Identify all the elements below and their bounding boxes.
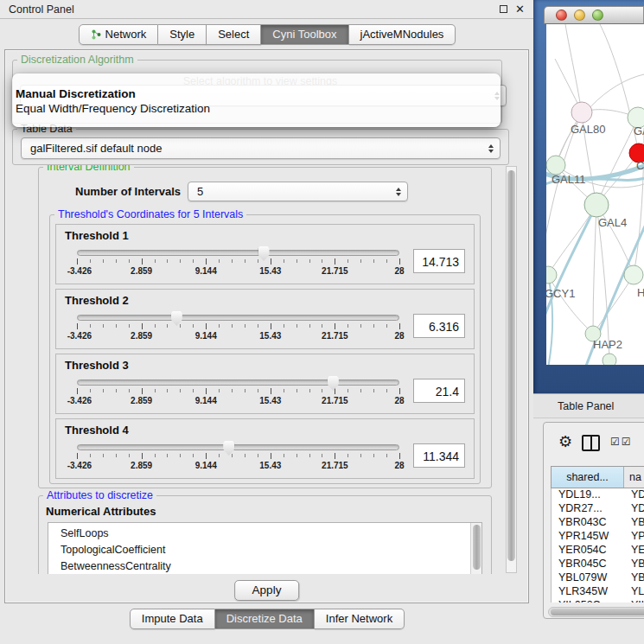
table-row[interactable]: YBR045CYBR0 bbox=[552, 558, 644, 571]
table-hscrollbar-thumb[interactable] bbox=[551, 609, 644, 615]
slider-track bbox=[77, 250, 399, 256]
table-cell: YBR0 bbox=[624, 516, 644, 530]
node-label: GAL11 bbox=[552, 173, 586, 186]
settings-scrollbar[interactable] bbox=[506, 166, 517, 573]
node-label: GAL80 bbox=[571, 123, 605, 136]
select-columns-icon[interactable]: ☑☑ bbox=[610, 436, 633, 448]
network-node[interactable] bbox=[624, 265, 643, 284]
axis-label: 21.715 bbox=[322, 331, 348, 341]
bottom-tab-infer-network[interactable]: Infer Network bbox=[315, 609, 405, 629]
tab-jactivemnodules[interactable]: jActiveMNodules bbox=[349, 24, 456, 45]
discretization-algorithm-group-title: Discretization Algorithm bbox=[17, 54, 137, 66]
table-panel-body: ⚙ ☑☑ shared...na YDL19...YDL1YDR27...YDR… bbox=[543, 422, 644, 619]
close-traffic-light-icon[interactable] bbox=[556, 10, 567, 21]
table-row[interactable]: YDR27...YDR2 bbox=[552, 502, 644, 516]
network-node[interactable] bbox=[603, 354, 616, 365]
table-row[interactable]: YDL19...YDL1 bbox=[552, 488, 644, 502]
tab-style[interactable]: Style bbox=[158, 24, 207, 45]
node-label: GCY1 bbox=[546, 287, 575, 300]
bottom-tab-discretize-data[interactable]: Discretize Data bbox=[215, 609, 315, 629]
table-cell: YDR27... bbox=[552, 502, 624, 516]
float-window-icon[interactable] bbox=[500, 5, 507, 13]
axis-label: -3.426 bbox=[67, 461, 92, 470]
threshold-slider[interactable]: -3.4262.8599.14415.4321.71528 bbox=[75, 378, 401, 406]
close-icon[interactable]: ✕ bbox=[515, 3, 525, 15]
threshold-slider-row: -3.4262.8599.14415.4321.7152811.344 bbox=[65, 443, 467, 471]
num-intervals-combo[interactable]: 5 bbox=[188, 182, 408, 201]
axis-label: 28 bbox=[394, 396, 404, 405]
table-horizontal-scrollbar[interactable] bbox=[548, 607, 644, 617]
network-node[interactable] bbox=[546, 156, 565, 175]
list-item[interactable]: TopologicalCoefficient bbox=[48, 542, 481, 558]
network-node[interactable] bbox=[571, 102, 592, 123]
table-column-header[interactable]: shared... bbox=[552, 467, 624, 488]
list-item[interactable]: BetweennessCentrality bbox=[48, 558, 481, 574]
num-intervals-label: Number of Intervals bbox=[75, 185, 181, 198]
axis-label: 15.43 bbox=[259, 396, 281, 405]
columns-icon[interactable] bbox=[582, 435, 600, 451]
slider-ticks bbox=[77, 323, 399, 330]
bottom-tab-impute-data[interactable]: Impute Data bbox=[130, 609, 215, 629]
settings-scroll-area: Interval Definition Number of Intervals … bbox=[12, 165, 506, 574]
settings-scrollbar-thumb[interactable] bbox=[507, 170, 515, 561]
table-row[interactable]: YIL052CYIL0 bbox=[552, 599, 644, 603]
zoom-traffic-light-icon[interactable] bbox=[592, 10, 603, 21]
table-cell: YLR345W bbox=[552, 585, 624, 599]
list-item[interactable]: SelfLoops bbox=[48, 526, 481, 542]
threshold-value-field[interactable]: 11.344 bbox=[413, 443, 465, 468]
axis-label: -3.426 bbox=[67, 266, 92, 276]
threshold-slider[interactable]: -3.4262.8599.14415.4321.71528 bbox=[75, 313, 401, 341]
table-row[interactable]: YBL079WYBL0 bbox=[552, 571, 644, 585]
table-cell: YLR3 bbox=[624, 585, 644, 599]
table-row[interactable]: YER054CYER0 bbox=[552, 544, 644, 558]
attributes-group: Attributes to discretize Numerical Attri… bbox=[38, 495, 492, 574]
table-panel-titlebar: Table Panel bbox=[533, 393, 644, 418]
table-rows: YDL19...YDL1YDR27...YDR2YBR043CYBR0YPR14… bbox=[551, 488, 644, 603]
minimize-traffic-light-icon[interactable] bbox=[574, 10, 585, 21]
table-column-header[interactable]: na bbox=[624, 467, 644, 488]
dropdown-item[interactable]: Equal Width/Frequency Discretization bbox=[12, 101, 501, 116]
slider-ticks bbox=[77, 388, 399, 395]
panel-title: Control Panel bbox=[9, 3, 74, 16]
table-cell: YDL1 bbox=[624, 488, 644, 502]
slider-track bbox=[77, 315, 399, 321]
network-node[interactable] bbox=[584, 193, 609, 217]
table-cell: YBR0 bbox=[624, 558, 644, 571]
tab-select[interactable]: Select bbox=[207, 24, 261, 45]
network-window-titlebar bbox=[544, 6, 644, 24]
table-row[interactable]: YPR145WYPR1 bbox=[552, 530, 644, 544]
network-icon bbox=[91, 29, 101, 40]
axis-label: 28 bbox=[394, 331, 404, 341]
network-edge bbox=[548, 275, 593, 334]
attributes-list-scrollbar[interactable] bbox=[470, 523, 481, 574]
thresholds-group: Threshold's Coordinates for 5 Intervals … bbox=[49, 214, 481, 484]
dropdown-item[interactable]: Manual Discretization bbox=[12, 86, 501, 101]
interval-definition-group-title: Interval Definition bbox=[43, 165, 134, 173]
tab-cyni-toolbox[interactable]: Cyni Toolbox bbox=[261, 24, 348, 45]
slider-track bbox=[77, 444, 399, 450]
tab-label: Discretize Data bbox=[226, 612, 303, 625]
threshold-value-field[interactable]: 6.316 bbox=[413, 314, 465, 338]
node-label: GA bbox=[634, 124, 644, 137]
threshold-slider-row: -3.4262.8599.14415.4321.7152821.4 bbox=[65, 378, 467, 406]
cyni-toolbox-panel: Discretization Algorithm Select algorith… bbox=[4, 49, 529, 603]
gear-icon[interactable]: ⚙ bbox=[558, 432, 572, 452]
threshold-slider[interactable]: -3.4262.8599.14415.4321.71528 bbox=[75, 248, 401, 277]
table-row[interactable]: YLR345WYLR3 bbox=[552, 585, 644, 599]
network-node[interactable] bbox=[546, 266, 557, 284]
threshold-value-field[interactable]: 14.713 bbox=[413, 249, 465, 273]
apply-button[interactable]: Apply bbox=[234, 580, 300, 601]
network-canvas[interactable]: GAL80GACGAL11GAL4GCY1HHAP2 bbox=[546, 24, 644, 365]
table-data-combo[interactable]: galFiltered.sif default node bbox=[21, 137, 501, 159]
axis-label: 9.144 bbox=[195, 461, 217, 470]
slider-axis-labels: -3.4262.8599.14415.4321.71528 bbox=[77, 266, 399, 277]
threshold-value-field[interactable]: 21.4 bbox=[413, 379, 465, 403]
threshold-slider[interactable]: -3.4262.8599.14415.4321.71528 bbox=[75, 443, 401, 471]
tab-network[interactable]: Network bbox=[79, 24, 159, 45]
table-cell: YBL079W bbox=[552, 571, 624, 585]
control-panel-window: Control Panel ✕ NetworkStyleSelectCyni T… bbox=[0, 0, 534, 644]
algorithm-dropdown-popup: Manual DiscretizationEqual Width/Frequen… bbox=[12, 73, 501, 127]
tab-label: Infer Network bbox=[326, 612, 392, 625]
axis-label: 2.859 bbox=[131, 266, 152, 276]
table-row[interactable]: YBR043CYBR0 bbox=[552, 516, 644, 530]
